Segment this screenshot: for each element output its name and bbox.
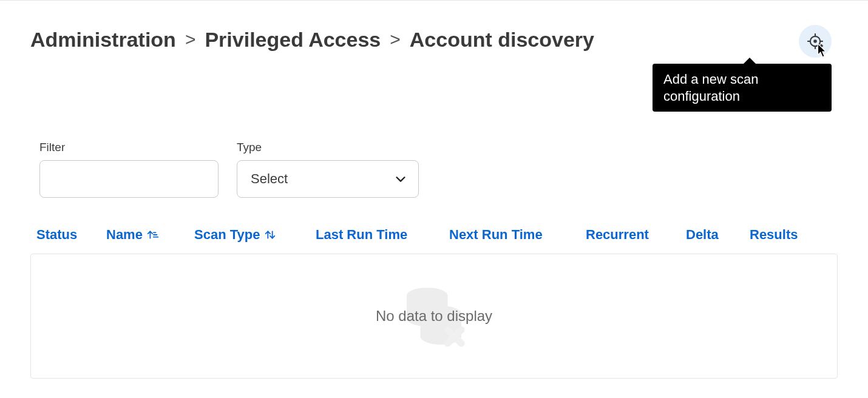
col-header-name[interactable]: Name xyxy=(106,227,194,243)
type-select[interactable]: Select xyxy=(237,160,419,198)
col-header-recurrent[interactable]: Recurrent xyxy=(586,227,686,243)
filter-input[interactable] xyxy=(39,160,219,198)
col-header-last-run-time[interactable]: Last Run Time xyxy=(316,227,449,243)
col-header-label: Status xyxy=(36,227,77,243)
action-area: Add a new scan configuration xyxy=(653,25,832,112)
filter-label: Filter xyxy=(39,141,219,154)
col-header-next-run-time[interactable]: Next Run Time xyxy=(449,227,586,243)
header-row: Administration > Privileged Access > Acc… xyxy=(30,25,838,112)
filter-group-type: Type Select xyxy=(237,141,419,198)
svg-point-1 xyxy=(813,39,817,43)
col-header-delta[interactable]: Delta xyxy=(686,227,750,243)
breadcrumb-separator: > xyxy=(390,29,401,50)
table-body: No data to display xyxy=(30,254,838,379)
sort-asc-icon xyxy=(146,228,160,241)
page-root: Administration > Privileged Access > Acc… xyxy=(0,1,868,379)
crumb-account-discovery: Account discovery xyxy=(410,27,594,52)
col-header-label: Next Run Time xyxy=(449,227,543,243)
add-scan-config-button[interactable] xyxy=(799,25,832,58)
col-header-label: Last Run Time xyxy=(316,227,407,243)
col-header-label: Name xyxy=(106,227,143,243)
column-headers: Status Name Scan Type xyxy=(30,227,838,254)
col-header-label: Recurrent xyxy=(586,227,649,243)
breadcrumb-separator: > xyxy=(185,29,196,50)
col-header-label: Delta xyxy=(686,227,719,243)
crumb-administration[interactable]: Administration xyxy=(30,27,176,52)
breadcrumb: Administration > Privileged Access > Acc… xyxy=(30,25,594,52)
filter-group-filter: Filter xyxy=(39,141,219,198)
table-area: Status Name Scan Type xyxy=(30,227,838,379)
col-header-label: Scan Type xyxy=(194,227,260,243)
filters-row: Filter Type Select xyxy=(30,141,838,198)
col-header-results[interactable]: Results xyxy=(750,227,810,243)
tooltip-add-scan: Add a new scan configuration xyxy=(653,64,832,112)
crumb-privileged-access[interactable]: Privileged Access xyxy=(205,27,381,52)
type-label: Type xyxy=(237,141,419,154)
col-header-status[interactable]: Status xyxy=(36,227,106,243)
type-select-wrap: Select xyxy=(237,160,419,198)
col-header-scan-type[interactable]: Scan Type xyxy=(194,227,316,243)
target-add-icon xyxy=(807,33,824,50)
type-select-value: Select xyxy=(251,171,288,187)
col-header-label: Results xyxy=(750,227,798,243)
sort-both-icon xyxy=(263,228,277,241)
empty-state-message: No data to display xyxy=(376,308,492,325)
chevron-down-icon xyxy=(394,172,407,186)
